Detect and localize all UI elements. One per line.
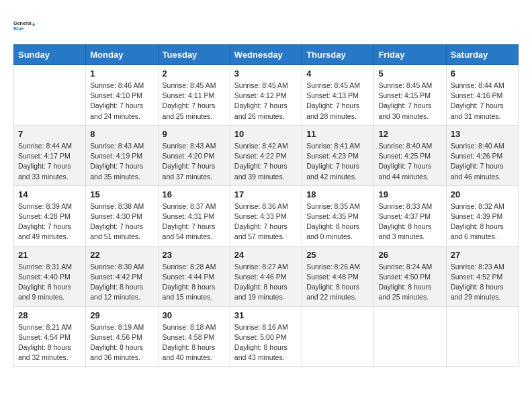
day-info: Sunrise: 8:45 AMSunset: 4:11 PMDaylight:… xyxy=(163,81,226,122)
day-info: Sunrise: 8:23 AMSunset: 4:52 PMDaylight:… xyxy=(451,262,514,303)
calendar-cell: 28Sunrise: 8:21 AMSunset: 4:54 PMDayligh… xyxy=(14,306,86,367)
day-info: Sunrise: 8:40 AMSunset: 4:25 PMDaylight:… xyxy=(378,141,441,182)
day-info: Sunrise: 8:26 AMSunset: 4:48 PMDaylight:… xyxy=(306,262,369,303)
header-day-monday: Monday xyxy=(86,45,158,65)
calendar-cell: 26Sunrise: 8:24 AMSunset: 4:50 PMDayligh… xyxy=(374,246,446,306)
day-info: Sunrise: 8:39 AMSunset: 4:28 PMDaylight:… xyxy=(18,201,81,242)
day-info: Sunrise: 8:45 AMSunset: 4:13 PMDaylight:… xyxy=(306,81,369,122)
day-number: 31 xyxy=(234,310,298,320)
day-info: Sunrise: 8:41 AMSunset: 4:23 PMDaylight:… xyxy=(306,141,369,182)
calendar-cell: 23Sunrise: 8:28 AMSunset: 4:44 PMDayligh… xyxy=(158,246,230,306)
week-row-4: 21Sunrise: 8:31 AMSunset: 4:40 PMDayligh… xyxy=(14,246,519,306)
day-info: Sunrise: 8:44 AMSunset: 4:17 PMDaylight:… xyxy=(18,141,81,182)
day-info: Sunrise: 8:46 AMSunset: 4:10 PMDaylight:… xyxy=(90,81,153,122)
day-number: 2 xyxy=(163,68,226,79)
day-info: Sunrise: 8:40 AMSunset: 4:26 PMDaylight:… xyxy=(451,141,514,182)
day-info: Sunrise: 8:30 AMSunset: 4:42 PMDaylight:… xyxy=(90,262,153,303)
day-info: Sunrise: 8:24 AMSunset: 4:50 PMDaylight:… xyxy=(378,262,441,303)
day-info: Sunrise: 8:28 AMSunset: 4:44 PMDaylight:… xyxy=(163,262,226,303)
page-header: GeneralBlue xyxy=(13,13,519,38)
calendar-cell: 13Sunrise: 8:40 AMSunset: 4:26 PMDayligh… xyxy=(446,125,518,185)
calendar-cell xyxy=(302,306,374,367)
calendar-cell: 9Sunrise: 8:43 AMSunset: 4:20 PMDaylight… xyxy=(158,125,230,185)
day-info: Sunrise: 8:32 AMSunset: 4:39 PMDaylight:… xyxy=(451,201,514,242)
calendar-cell: 10Sunrise: 8:42 AMSunset: 4:22 PMDayligh… xyxy=(230,125,302,185)
calendar-cell: 14Sunrise: 8:39 AMSunset: 4:28 PMDayligh… xyxy=(14,185,86,246)
day-number: 20 xyxy=(451,189,514,199)
day-number: 21 xyxy=(18,250,81,260)
day-info: Sunrise: 8:19 AMSunset: 4:56 PMDaylight:… xyxy=(90,322,153,363)
calendar-cell: 18Sunrise: 8:35 AMSunset: 4:35 PMDayligh… xyxy=(302,185,374,246)
svg-text:Blue: Blue xyxy=(13,26,24,32)
day-number: 23 xyxy=(163,250,226,260)
day-info: Sunrise: 8:45 AMSunset: 4:15 PMDaylight:… xyxy=(378,81,441,122)
day-number: 8 xyxy=(90,129,153,139)
header-row: SundayMondayTuesdayWednesdayThursdayFrid… xyxy=(14,45,519,65)
day-info: Sunrise: 8:44 AMSunset: 4:16 PMDaylight:… xyxy=(451,81,514,122)
day-number: 6 xyxy=(451,68,514,79)
day-number: 1 xyxy=(90,68,153,79)
day-info: Sunrise: 8:45 AMSunset: 4:12 PMDaylight:… xyxy=(234,81,298,122)
day-number: 12 xyxy=(378,129,441,139)
header-day-tuesday: Tuesday xyxy=(158,45,230,65)
header-day-wednesday: Wednesday xyxy=(230,45,302,65)
calendar-cell: 21Sunrise: 8:31 AMSunset: 4:40 PMDayligh… xyxy=(14,246,86,306)
day-info: Sunrise: 8:36 AMSunset: 4:33 PMDaylight:… xyxy=(234,201,298,242)
calendar-cell: 2Sunrise: 8:45 AMSunset: 4:11 PMDaylight… xyxy=(158,65,230,126)
day-number: 7 xyxy=(18,129,81,139)
calendar-cell: 12Sunrise: 8:40 AMSunset: 4:25 PMDayligh… xyxy=(374,125,446,185)
week-row-3: 14Sunrise: 8:39 AMSunset: 4:28 PMDayligh… xyxy=(14,185,519,246)
calendar-cell: 6Sunrise: 8:44 AMSunset: 4:16 PMDaylight… xyxy=(446,65,518,126)
day-number: 17 xyxy=(234,189,298,199)
day-number: 24 xyxy=(234,250,298,260)
day-number: 28 xyxy=(18,310,81,320)
day-number: 29 xyxy=(90,310,153,320)
header-day-thursday: Thursday xyxy=(302,45,374,65)
calendar-cell xyxy=(14,65,86,126)
day-number: 27 xyxy=(451,250,514,260)
day-number: 26 xyxy=(378,250,441,260)
calendar-cell: 16Sunrise: 8:37 AMSunset: 4:31 PMDayligh… xyxy=(158,185,230,246)
header-day-saturday: Saturday xyxy=(446,45,518,65)
day-number: 14 xyxy=(18,189,81,199)
calendar-cell: 30Sunrise: 8:18 AMSunset: 4:58 PMDayligh… xyxy=(158,306,230,367)
svg-text:General: General xyxy=(13,20,32,26)
day-number: 22 xyxy=(90,250,153,260)
day-info: Sunrise: 8:35 AMSunset: 4:35 PMDaylight:… xyxy=(306,201,369,242)
calendar-cell: 1Sunrise: 8:46 AMSunset: 4:10 PMDaylight… xyxy=(86,65,158,126)
svg-marker-2 xyxy=(32,23,36,26)
week-row-1: 1Sunrise: 8:46 AMSunset: 4:10 PMDaylight… xyxy=(14,65,519,126)
calendar-cell: 27Sunrise: 8:23 AMSunset: 4:52 PMDayligh… xyxy=(446,246,518,306)
logo: GeneralBlue xyxy=(13,13,38,38)
day-info: Sunrise: 8:38 AMSunset: 4:30 PMDaylight:… xyxy=(90,201,153,242)
logo-icon: GeneralBlue xyxy=(13,13,38,38)
day-info: Sunrise: 8:31 AMSunset: 4:40 PMDaylight:… xyxy=(18,262,81,303)
day-number: 13 xyxy=(451,129,514,139)
calendar-cell: 19Sunrise: 8:33 AMSunset: 4:37 PMDayligh… xyxy=(374,185,446,246)
day-number: 4 xyxy=(306,68,369,79)
header-day-friday: Friday xyxy=(374,45,446,65)
calendar-table: SundayMondayTuesdayWednesdayThursdayFrid… xyxy=(13,44,519,367)
day-info: Sunrise: 8:42 AMSunset: 4:22 PMDaylight:… xyxy=(234,141,298,182)
day-number: 25 xyxy=(306,250,369,260)
week-row-2: 7Sunrise: 8:44 AMSunset: 4:17 PMDaylight… xyxy=(14,125,519,185)
calendar-cell xyxy=(374,306,446,367)
day-number: 11 xyxy=(306,129,369,139)
calendar-cell: 22Sunrise: 8:30 AMSunset: 4:42 PMDayligh… xyxy=(86,246,158,306)
day-number: 10 xyxy=(234,129,298,139)
day-number: 3 xyxy=(234,68,298,79)
day-number: 19 xyxy=(378,189,441,199)
calendar-cell: 25Sunrise: 8:26 AMSunset: 4:48 PMDayligh… xyxy=(302,246,374,306)
day-number: 15 xyxy=(90,189,153,199)
day-number: 30 xyxy=(163,310,226,320)
calendar-cell: 15Sunrise: 8:38 AMSunset: 4:30 PMDayligh… xyxy=(86,185,158,246)
day-info: Sunrise: 8:33 AMSunset: 4:37 PMDaylight:… xyxy=(378,201,441,242)
calendar-cell: 20Sunrise: 8:32 AMSunset: 4:39 PMDayligh… xyxy=(446,185,518,246)
day-info: Sunrise: 8:18 AMSunset: 4:58 PMDaylight:… xyxy=(163,322,226,363)
day-number: 9 xyxy=(163,129,226,139)
day-info: Sunrise: 8:27 AMSunset: 4:46 PMDaylight:… xyxy=(234,262,298,303)
calendar-cell xyxy=(446,306,518,367)
calendar-cell: 31Sunrise: 8:16 AMSunset: 5:00 PMDayligh… xyxy=(230,306,302,367)
calendar-cell: 7Sunrise: 8:44 AMSunset: 4:17 PMDaylight… xyxy=(14,125,86,185)
day-info: Sunrise: 8:37 AMSunset: 4:31 PMDaylight:… xyxy=(163,201,226,242)
